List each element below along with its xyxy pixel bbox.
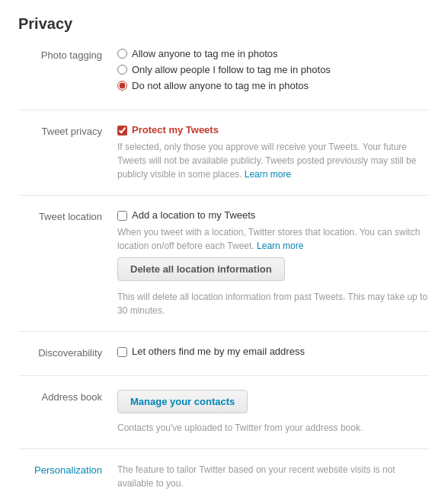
add-location-checkbox[interactable] bbox=[117, 211, 127, 221]
address-book-section: Address book Manage your contacts Contac… bbox=[18, 390, 430, 449]
tweet-location-section: Tweet location Add a location to my Twee… bbox=[18, 209, 430, 332]
photo-none-label: Do not allow anyone to tag me in photos bbox=[132, 80, 309, 91]
tweet-privacy-option[interactable]: Protect my Tweets bbox=[117, 124, 430, 136]
photo-anyone-option[interactable]: Allow anyone to tag me in photos bbox=[117, 48, 430, 59]
tweet-privacy-section: Tweet privacy Protect my Tweets If selec… bbox=[18, 124, 430, 196]
photo-tagging-label: Photo tagging bbox=[18, 48, 117, 96]
delete-location-button[interactable]: Delete all location information bbox=[117, 257, 285, 281]
delete-location-description: This will delete all location informatio… bbox=[117, 290, 430, 317]
address-book-content: Manage your contacts Contacts you've upl… bbox=[117, 390, 430, 435]
tweet-location-description: When you tweet with a location, Twitter … bbox=[117, 225, 430, 253]
manage-contacts-button[interactable]: Manage your contacts bbox=[117, 390, 248, 413]
discoverability-option[interactable]: Let others find me by my email address bbox=[117, 346, 430, 357]
photo-tagging-section: Photo tagging Allow anyone to tag me in … bbox=[18, 48, 430, 110]
personalization-top-description: The feature to tailor Twitter based on y… bbox=[117, 463, 430, 490]
protect-tweets-label: Protect my Tweets bbox=[132, 124, 219, 136]
address-book-label: Address book bbox=[18, 390, 117, 435]
personalization-content: The feature to tailor Twitter based on y… bbox=[117, 463, 430, 491]
discoverability-label: Discoverability bbox=[18, 346, 117, 362]
find-by-email-checkbox[interactable] bbox=[117, 347, 127, 357]
add-location-option[interactable]: Add a location to my Tweets bbox=[117, 209, 430, 221]
tweet-privacy-content: Protect my Tweets If selected, only thos… bbox=[117, 124, 430, 181]
tweet-privacy-description: If selected, only those you approve will… bbox=[117, 140, 430, 181]
tweet-location-content: Add a location to my Tweets When you twe… bbox=[117, 209, 430, 317]
personalization-label[interactable]: Personalization bbox=[18, 463, 117, 491]
add-location-label: Add a location to my Tweets bbox=[132, 209, 255, 221]
tweet-location-label: Tweet location bbox=[18, 209, 117, 317]
photo-anyone-label: Allow anyone to tag me in photos bbox=[132, 48, 278, 59]
protect-tweets-checkbox[interactable] bbox=[117, 126, 127, 136]
personalization-section: Personalization The feature to tailor Tw… bbox=[18, 463, 430, 491]
discoverability-content: Let others find me by my email address bbox=[117, 346, 430, 362]
photo-none-radio[interactable] bbox=[117, 81, 127, 91]
address-book-description: Contacts you've uploaded to Twitter from… bbox=[117, 421, 430, 435]
photo-follow-label: Only allow people I follow to tag me in … bbox=[132, 64, 331, 75]
tweet-privacy-learn-more-link[interactable]: Learn more bbox=[245, 169, 291, 180]
discoverability-section: Discoverability Let others find me by my… bbox=[18, 346, 430, 376]
photo-tagging-content: Allow anyone to tag me in photos Only al… bbox=[117, 48, 430, 96]
photo-anyone-radio[interactable] bbox=[117, 49, 127, 59]
tweet-privacy-label: Tweet privacy bbox=[18, 124, 117, 181]
photo-follow-radio[interactable] bbox=[117, 65, 127, 75]
photo-none-option[interactable]: Do not allow anyone to tag me in photos bbox=[117, 80, 430, 91]
find-by-email-label: Let others find me by my email address bbox=[132, 346, 305, 357]
photo-follow-option[interactable]: Only allow people I follow to tag me in … bbox=[117, 64, 430, 75]
page-title: Privacy bbox=[18, 15, 430, 33]
tweet-location-learn-more-link[interactable]: Learn more bbox=[257, 241, 303, 251]
